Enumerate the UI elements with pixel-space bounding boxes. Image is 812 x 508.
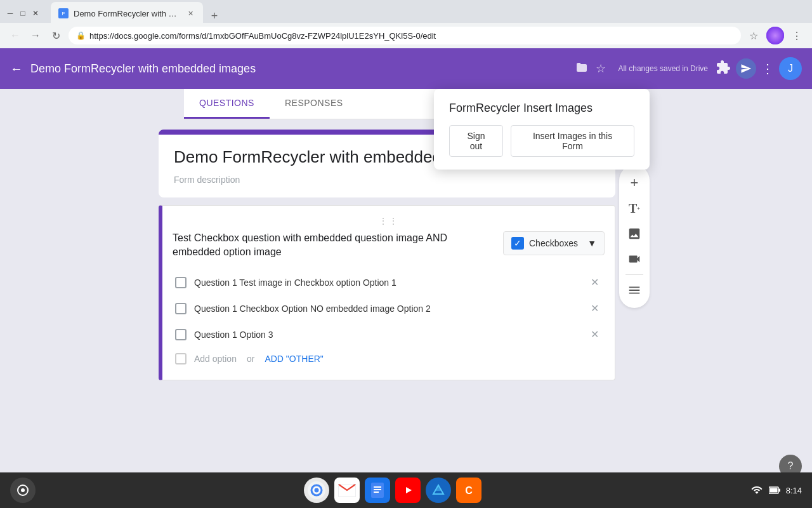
- insert-images-button[interactable]: Insert Images in this Form: [511, 125, 634, 157]
- add-question-button[interactable]: +: [622, 170, 647, 196]
- add-icon: +: [631, 175, 639, 191]
- tab-title: Demo FormRecycler with embe...: [74, 9, 180, 18]
- option-text-3[interactable]: Question 1 Option 3: [194, 330, 579, 340]
- image-icon: [627, 227, 641, 241]
- dropdown-arrow-icon: ▼: [587, 238, 596, 248]
- form-description[interactable]: Form description: [174, 175, 600, 185]
- browser-profile-button[interactable]: [766, 27, 784, 44]
- add-option-text[interactable]: Add option: [194, 354, 237, 364]
- question-text[interactable]: Test Checkbox question with embedded que…: [173, 231, 495, 260]
- forward-button[interactable]: →: [28, 28, 43, 43]
- taskbar-drive[interactable]: [426, 478, 451, 503]
- sign-out-button[interactable]: Sign out: [449, 125, 503, 157]
- popup-title: FormRecycler Insert Images: [449, 102, 634, 115]
- option-checkbox-2[interactable]: [175, 303, 187, 314]
- svg-rect-13: [374, 489, 381, 490]
- option-remove-1[interactable]: ✕: [587, 275, 602, 290]
- section-icon: [627, 283, 641, 297]
- send-button[interactable]: [736, 58, 756, 79]
- add-option-separator: or: [247, 354, 254, 364]
- svg-text:F: F: [62, 11, 65, 17]
- back-to-forms-button[interactable]: ←: [10, 62, 23, 76]
- lock-icon: 🔒: [76, 31, 86, 40]
- taskbar-ccleaner[interactable]: C: [456, 478, 481, 503]
- option-text-2[interactable]: Question 1 Checkbox Option NO embedded i…: [194, 304, 579, 314]
- add-title-button[interactable]: T +: [622, 196, 647, 221]
- svg-point-2: [766, 27, 784, 44]
- taskbar-gmail[interactable]: [334, 478, 360, 503]
- svg-point-4: [21, 488, 25, 492]
- question-card: ⋮⋮ Test Checkbox question with embedded …: [159, 205, 615, 380]
- tab-responses[interactable]: RESPONSES: [270, 89, 358, 119]
- tab-close-button[interactable]: ✕: [185, 8, 195, 18]
- browser-menu-button[interactable]: ⋮: [789, 28, 804, 43]
- svg-text:C: C: [466, 485, 473, 496]
- option-row-1: Question 1 Test image in Checkbox option…: [173, 270, 605, 296]
- add-other-button[interactable]: ADD "OTHER": [265, 354, 323, 364]
- user-avatar[interactable]: J: [779, 57, 802, 80]
- battery-icon[interactable]: [768, 484, 781, 497]
- taskbar-youtube[interactable]: [395, 478, 421, 503]
- taskbar: C 8:14: [0, 472, 812, 508]
- close-button[interactable]: ✕: [30, 8, 41, 18]
- taskbar-time: 8:14: [786, 486, 802, 495]
- option-text-1[interactable]: Question 1 Test image in Checkbox option…: [194, 277, 579, 288]
- tab-favicon: F: [58, 8, 69, 18]
- folder-icon[interactable]: [575, 61, 588, 77]
- svg-rect-14: [374, 491, 379, 493]
- bookmark-icon[interactable]: ☆: [746, 28, 761, 43]
- option-row-2: Question 1 Checkbox Option NO embedded i…: [173, 296, 605, 322]
- add-option-row: Add option or ADD "OTHER": [173, 348, 605, 370]
- formrecycler-popup: FormRecycler Insert Images Sign out Inse…: [434, 89, 650, 170]
- svg-rect-12: [374, 486, 381, 488]
- overflow-menu-button[interactable]: ⋮: [761, 61, 774, 76]
- new-tab-button[interactable]: +: [206, 7, 223, 25]
- extensions-button[interactable]: [716, 60, 731, 78]
- address-bar: ← → ↻ 🔒 https://docs.google.com/forms/d/…: [0, 23, 812, 48]
- star-icon[interactable]: ☆: [596, 62, 606, 76]
- maximize-button[interactable]: □: [18, 8, 28, 18]
- taskbar-right: 8:14: [750, 484, 802, 497]
- minimize-button[interactable]: ─: [5, 8, 15, 18]
- svg-rect-23: [778, 489, 780, 492]
- save-status: All changes saved in Drive: [619, 64, 708, 73]
- svg-point-8: [315, 488, 319, 493]
- title-icon: T: [629, 201, 637, 216]
- taskbar-launcher[interactable]: [10, 478, 36, 503]
- form-title-header: Demo FormRecycler with embedded images: [30, 62, 568, 76]
- reload-button[interactable]: ↻: [48, 28, 63, 43]
- taskbar-chrome[interactable]: [304, 478, 329, 503]
- video-icon: [627, 252, 641, 266]
- question-type-selector[interactable]: ✓ Checkboxes ▼: [503, 231, 605, 255]
- option-row-3: Question 1 Option 3 ✕: [173, 322, 605, 348]
- add-image-button[interactable]: [622, 221, 647, 246]
- right-toolbar: + T +: [619, 165, 650, 308]
- url-text: https://docs.google.com/forms/d/1mxbGOfF…: [89, 31, 733, 41]
- forms-header: ← Demo FormRecycler with embedded images…: [0, 48, 812, 89]
- add-section-button[interactable]: [622, 277, 647, 303]
- drag-handle[interactable]: ⋮⋮: [173, 216, 605, 226]
- popup-buttons: Sign out Insert Images in this Form: [449, 125, 634, 157]
- forms-actions: ⋮ J: [716, 57, 802, 80]
- question-type-label: Checkboxes: [529, 238, 578, 248]
- url-bar[interactable]: 🔒 https://docs.google.com/forms/d/1mxbGO…: [69, 27, 741, 44]
- tab-questions[interactable]: QUESTIONS: [184, 89, 270, 119]
- network-icon[interactable]: [750, 484, 763, 497]
- active-tab[interactable]: F Demo FormRecycler with embe... ✕: [51, 2, 203, 25]
- add-video-button[interactable]: [622, 246, 647, 272]
- checkbox-type-icon: ✓: [511, 237, 524, 250]
- option-checkbox-1[interactable]: [175, 277, 187, 288]
- toolbar-divider: [625, 274, 643, 275]
- option-checkbox-3[interactable]: [175, 329, 187, 340]
- option-remove-3[interactable]: ✕: [587, 327, 602, 342]
- add-option-checkbox: [175, 353, 187, 364]
- svg-rect-24: [769, 488, 777, 493]
- back-button[interactable]: ←: [8, 28, 23, 43]
- taskbar-docs[interactable]: [365, 478, 390, 503]
- option-remove-2[interactable]: ✕: [587, 301, 602, 316]
